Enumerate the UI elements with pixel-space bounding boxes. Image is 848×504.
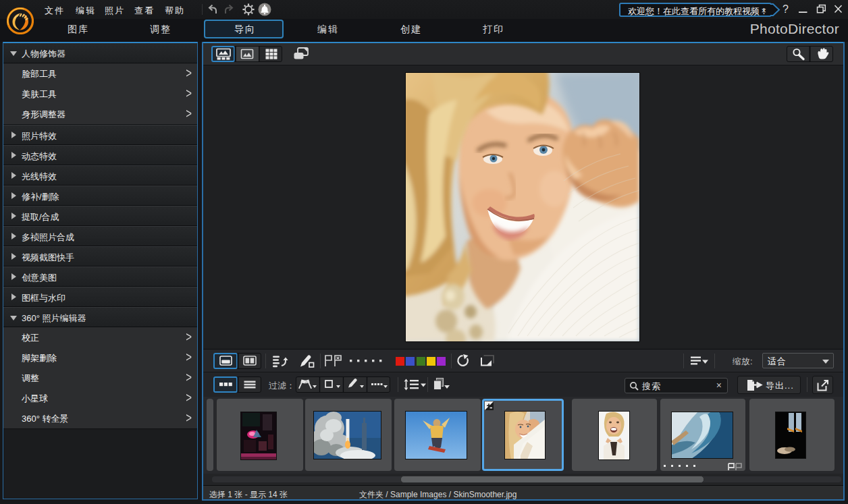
svg-text:?: ? <box>783 3 789 15</box>
